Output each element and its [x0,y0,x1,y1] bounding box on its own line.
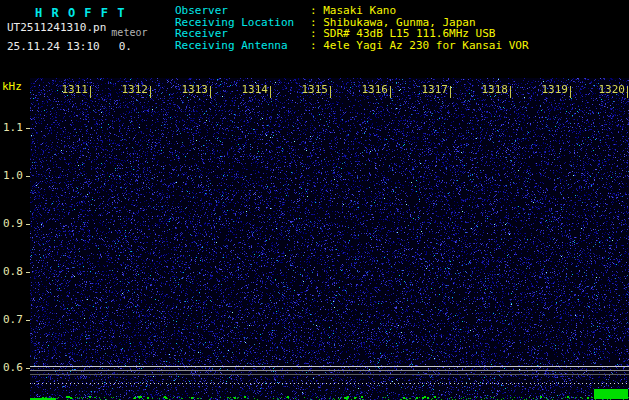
x-tick-mark [210,86,211,98]
mode-label: meteor [111,27,147,38]
app-title: H R O F F T [35,6,125,20]
info-row-antenna: Receiving Antenna: 4ele Yagi Az 230 for … [175,40,529,52]
info-label: Receiver [175,28,310,40]
x-tick-mark [510,86,511,98]
x-tick-mark [90,86,91,98]
x-tick-mark [330,86,331,98]
x-tick-label: 1312 [114,84,148,95]
y-axis-unit: kHz [2,80,22,93]
x-tick-mark [270,86,271,98]
info-label: Receiving Antenna [175,40,310,52]
hrofft-screen: H R O F F T UT2511241310.pnmeteor 25.11.… [0,0,629,400]
datetime-line: 25.11.24 13:100. [7,40,132,53]
y-tick-label: 1.0 [3,170,23,181]
x-tick-label: 1320 [591,84,625,95]
x-tick-mark [570,86,571,98]
signal-meter-box [594,389,628,399]
datetime-text: 25.11.24 13:10 [7,40,100,53]
spectrogram-plot: 1311131213131314131513161317131813191320 [30,78,629,400]
spectrogram-noise-canvas [30,78,629,400]
output-filename-line: UT2511241310.pnmeteor [7,21,142,34]
x-tick-label: 1319 [534,84,568,95]
x-tick-label: 1311 [54,84,88,95]
x-tick-label: 1318 [474,84,508,95]
echo-counter: 0. [119,40,132,53]
x-tick-mark [150,86,151,98]
info-label: Observer [175,5,310,17]
x-tick-label: 1313 [174,84,208,95]
info-value: : 4ele Yagi Az 230 for Kansai VOR [310,39,529,52]
x-tick-label: 1316 [354,84,388,95]
y-tick-label: 0.8 [3,266,23,277]
x-tick-label: 1317 [414,84,448,95]
y-axis: kHz 1.11.00.90.80.70.6 [0,78,30,400]
filename-text: UT2511241310.pn [7,21,106,34]
station-info: Observer: Masaki Kano Receiving Location… [175,5,529,51]
x-tick-mark [390,86,391,98]
x-tick-mark [627,86,628,98]
y-tick-label: 0.9 [3,218,23,229]
y-tick-label: 0.6 [3,362,23,373]
x-tick-mark [450,86,451,98]
y-tick-label: 1.1 [3,122,23,133]
x-tick-label: 1314 [234,84,268,95]
x-tick-label: 1315 [294,84,328,95]
y-tick-label: 0.7 [3,314,23,325]
